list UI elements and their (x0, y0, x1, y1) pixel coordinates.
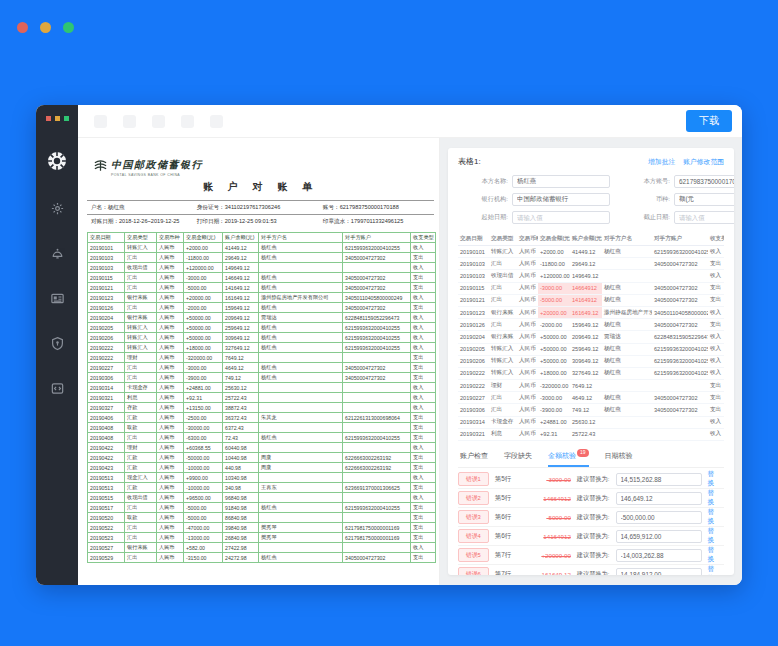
error-item: 错误4第6行14164912建议替换为:替换 (458, 527, 724, 546)
error-row-ref: 第5行 (495, 494, 521, 503)
doc-transactions: 交易日期交易类型交易币种交易金额(元)账户余额(元)对手方户名对手方账户收支类型… (87, 232, 434, 563)
table-row: 20190206转账汇入人民币+50000.00309649.12杨红燕6215… (458, 355, 724, 367)
close-icon[interactable] (46, 116, 51, 121)
toolbar-placeholder-icon (94, 115, 107, 128)
table-row: 20190423汇款人民币-10000.00440.98周康6226663002… (88, 463, 436, 473)
toolbar-placeholder-icon (181, 115, 194, 128)
table-row: 20190406汇款人民币-2500.0036372.43朱其龙62122613… (88, 413, 436, 423)
suggest-value-input[interactable] (616, 473, 702, 486)
storage-icon[interactable] (50, 381, 65, 400)
suggest-value-input[interactable] (616, 492, 702, 505)
error-item: 错误2第5行14664912建议替换为:替换 (458, 489, 724, 508)
table-row: 20190205转账汇入人民币+50000.00259649.12杨红燕6215… (88, 323, 436, 333)
tab-amount-check[interactable]: 金额核验19 (548, 449, 589, 467)
statement-header: 中国邮政储蓄银行 POSTAL SAVINGS BANK OF CHINA 账 … (87, 158, 434, 228)
shield-icon[interactable] (50, 336, 65, 355)
column-header: 账户余额(元) (570, 232, 602, 246)
bank-name-en: POSTAL SAVINGS BANK OF CHINA (111, 173, 203, 177)
replace-link[interactable]: 替换 (708, 546, 715, 564)
replace-link[interactable]: 替换 (708, 508, 715, 526)
bell-icon[interactable] (50, 246, 65, 265)
gear-icon[interactable] (50, 201, 65, 220)
statement-period: 2018-12-26~2019-12-25 (119, 218, 180, 224)
close-icon[interactable] (17, 22, 28, 33)
table-row: 20190101转账汇入人民币+2000.0041449.12杨红燕621599… (88, 243, 436, 253)
field-label: 本方账号: (620, 177, 670, 186)
table-row: 20190222理财人民币-320000.007649.12支出 (458, 380, 724, 392)
error-tag: 错误5 (458, 548, 489, 562)
main-area: 下载 中国邮政储蓄银行 POSTAL SAVINGS BANK OF CHINA (78, 105, 742, 585)
column-header: 交易类型 (125, 233, 157, 243)
owner-name-input[interactable] (512, 175, 610, 188)
column-header: 交易类型 (489, 232, 517, 246)
serial-number: 17997011332496125 (351, 218, 403, 224)
table-row: 20190527银行来账人民币+582.0027422.98收入 (88, 543, 436, 553)
replace-link[interactable]: 替换 (708, 565, 715, 575)
error-row-ref: 第6行 (495, 513, 521, 522)
statement-info: 户名：杨红燕 身份证号：341102197617306246 账号：621798… (87, 200, 434, 228)
error-tag: 错误1 (458, 472, 489, 486)
info-label: 户名： (91, 204, 108, 210)
desktop-traffic-lights (17, 22, 74, 33)
start-date-input[interactable] (512, 211, 610, 224)
tab-missing-fields[interactable]: 字段缺失 (504, 449, 532, 467)
id-card-icon[interactable] (50, 291, 65, 310)
tab-date-check[interactable]: 日期核验 (605, 449, 633, 467)
account-scope-link[interactable]: 账户修改范围 (683, 157, 724, 167)
minimize-icon[interactable] (40, 22, 51, 33)
error-item: 错误6第7行161649.12建议替换为:替换 (458, 565, 724, 575)
table-row: 20190306汇出人民币-3900.00749.12杨红燕3405000472… (88, 373, 436, 383)
error-old-value: -5000.00 (527, 514, 571, 521)
replace-link[interactable]: 替换 (708, 527, 715, 545)
download-button[interactable]: 下载 (686, 110, 732, 132)
top-toolbar: 下载 (78, 105, 742, 138)
column-header: 对手方户名 (602, 232, 652, 246)
card-title: 表格1: (458, 156, 481, 167)
panel-transactions: 交易日期交易类型交易币种交易金额(元)账户余额(元)对手方户名对手方账户收支类型… (458, 232, 724, 441)
column-header: 对手方户名 (259, 233, 343, 243)
column-header: 收支类型 (708, 232, 724, 246)
info-label: 印章流水： (323, 218, 351, 224)
end-date-input[interactable] (674, 211, 734, 224)
error-row-ref: 第6行 (495, 532, 521, 541)
replace-link[interactable]: 替换 (708, 489, 715, 507)
panel-table: 交易日期交易类型交易币种交易金额(元)账户余额(元)对手方户名对手方账户收支类型… (458, 232, 724, 441)
column-header: 对手方账户 (652, 232, 708, 246)
add-annotation-link[interactable]: 增加批注 (648, 157, 675, 167)
bank-name-input[interactable] (512, 193, 610, 206)
replace-link[interactable]: 替换 (708, 470, 715, 488)
suggest-value-input[interactable] (616, 530, 702, 543)
column-header: 交易金额(元) (538, 232, 570, 246)
table-row: 20190123银行来账人民币+20000.00161649.12滁州静磊房地产… (458, 306, 724, 318)
account-number-input[interactable] (674, 175, 734, 188)
account-number: 6217983750000170188 (340, 204, 399, 210)
tab-label: 金额核验 (548, 452, 576, 459)
suggest-value-input[interactable] (616, 549, 702, 562)
error-row-ref: 第7行 (495, 570, 521, 576)
info-label: 身份证号： (197, 204, 225, 210)
recognition-panel: 表格1: 增加批注 账户修改范围 本方名称: 本方账号: (440, 138, 742, 585)
suggest-value-input[interactable] (616, 568, 702, 576)
table-row: 20190513现金汇入人民币+9900.0010340.98收入 (88, 473, 436, 483)
tab-account-check[interactable]: 账户检查 (460, 449, 488, 467)
table-row: 20190126汇出人民币-2000.00159649.12杨红燕3405000… (458, 319, 724, 331)
column-header: 收支类型 (411, 233, 436, 243)
table-row: 20190517汇出人民币-5000.0091840.98杨红燕62159936… (88, 503, 436, 513)
table-row: 20190222转账汇入人民币+18000.00327649.12杨红燕6215… (88, 343, 436, 353)
table-row: 20190422汇款人民币-50000.0010440.98周康62266630… (88, 453, 436, 463)
suggest-label: 建议替换为: (577, 475, 610, 484)
field-label: 截止日期: (620, 213, 670, 222)
currency-input[interactable] (674, 193, 734, 206)
info-label: 打印日期： (197, 218, 225, 224)
minimize-icon[interactable] (55, 116, 60, 121)
suggest-value-input[interactable] (616, 511, 702, 524)
maximize-icon[interactable] (64, 116, 69, 121)
window-traffic-lights (46, 116, 69, 121)
table-row: 20190126汇出人民币-2000.00159649.12杨红燕3405000… (88, 303, 436, 313)
table-row: 20190306汇出人民币-3900.00749.12杨红燕3405000472… (458, 404, 724, 416)
error-count-badge: 19 (577, 449, 589, 457)
table-row: 20190327存款人民币+13150.0038872.43收入 (88, 403, 436, 413)
table-row: 20190515收现出借人民币+96500.0096840.98收入 (88, 493, 436, 503)
maximize-icon[interactable] (63, 22, 74, 33)
app-window: 下载 中国邮政储蓄银行 POSTAL SAVINGS BANK OF CHINA (36, 105, 742, 585)
